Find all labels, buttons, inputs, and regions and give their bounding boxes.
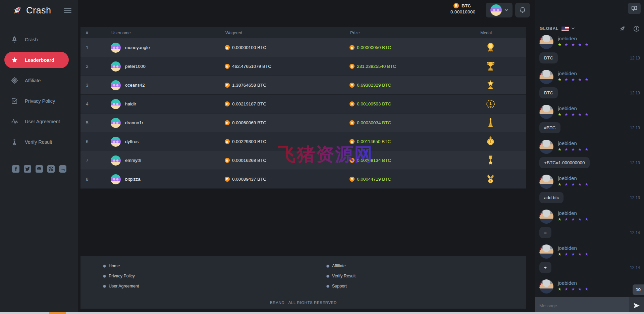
- chat-message-line: #BTC12:13: [539, 122, 642, 133]
- chat-message-bubble: =: [539, 227, 551, 238]
- wallet-balance: B BTC 0.00010000: [450, 3, 475, 14]
- username-cell: moneyangle: [111, 43, 225, 53]
- rocket-icon[interactable]: [619, 25, 626, 32]
- flask-icon: [11, 139, 18, 145]
- chat-message-input[interactable]: [535, 297, 629, 314]
- facebook-icon[interactable]: [12, 165, 19, 173]
- btc-coin-icon: B: [350, 120, 355, 125]
- rank-cell: 8: [80, 177, 111, 182]
- chat-timestamp: 12:13: [630, 91, 640, 95]
- prize-value: 0.00008134 BTC: [357, 158, 391, 163]
- dribbble-icon[interactable]: [47, 165, 55, 173]
- star-icon: ★: [558, 77, 562, 82]
- star-icons: ★ ★ ★ ★: [562, 77, 589, 82]
- discord-icon[interactable]: [36, 165, 43, 173]
- mq-icon[interactable]: mq: [59, 165, 66, 173]
- star-icons: ★ ★ ★ ★: [562, 182, 589, 187]
- chat-user-avatar: [539, 279, 553, 294]
- prize-cell: B0.69382329 BTC: [350, 83, 480, 88]
- link-dot-icon: [103, 285, 106, 288]
- player-avatar: [111, 155, 121, 166]
- chat-user-avatar: [539, 70, 553, 84]
- chat-user-meta: joebiden★ ★ ★ ★ ★: [558, 35, 589, 47]
- btc-coin-icon: B: [225, 83, 230, 88]
- star-icon: ★: [558, 182, 562, 187]
- svg-text:1: 1: [489, 101, 491, 105]
- star-icon: ★: [558, 287, 562, 291]
- sidebar-item-verify-result[interactable]: Verify Result: [0, 134, 78, 150]
- user-rating-stars: ★ ★ ★ ★ ★: [558, 77, 589, 82]
- svg-text:1: 1: [490, 180, 491, 183]
- footer-link-support[interactable]: Support: [326, 283, 356, 289]
- notifications-button[interactable]: [515, 3, 530, 17]
- menu-toggle-icon[interactable]: [64, 8, 71, 13]
- footer-link-privacy-policy[interactable]: Privacy Policy: [103, 273, 139, 279]
- chat-message-head: joebiden★ ★ ★ ★ ★: [539, 244, 642, 259]
- star-icon: ★: [558, 147, 562, 152]
- leaderboard-table: #UsernameWageredPrizeMedal 1moneyangleB0…: [80, 27, 526, 189]
- footer-link-user-agreement[interactable]: User Agreement: [103, 283, 139, 289]
- footer-link-affiliate[interactable]: Affiliate: [326, 263, 356, 269]
- prize-cell: B231.23825540 BTC: [350, 64, 480, 69]
- player-username: peter1000: [125, 64, 146, 69]
- scrollbar-segment: [49, 312, 66, 314]
- footer-link-home[interactable]: Home: [103, 263, 139, 269]
- chat-message-line: add btc12:13: [539, 192, 642, 203]
- sidebar-item-leaderboard[interactable]: Leaderboard: [4, 52, 69, 68]
- rocket-icon: [11, 36, 18, 43]
- chat-message-head: joebiden★ ★ ★ ★ ★: [539, 175, 642, 189]
- sidebar-item-affiliate[interactable]: Affiliate: [0, 72, 78, 89]
- chat-message-bubble: add btc: [539, 192, 564, 203]
- chat-timestamp: 12:13: [630, 56, 640, 60]
- table-row: 5dranno1rB0.00060069 BTCB0.00030034 BTC: [80, 114, 526, 132]
- wagered-value: 0.00089437 BTC: [232, 177, 266, 182]
- footer-link-verify-result[interactable]: Verify Result: [326, 273, 356, 279]
- chat-toggle-button[interactable]: [628, 3, 641, 14]
- horizontal-scrollbar[interactable]: [0, 312, 644, 314]
- chat-message: joebiden★ ★ ★ ★ ★BTC12:13: [539, 70, 642, 98]
- unread-count-badge[interactable]: 10: [633, 284, 644, 295]
- player-avatar: [111, 118, 121, 128]
- wagered-cell: B1.38764658 BTC: [225, 83, 350, 88]
- info-icon[interactable]: [633, 26, 640, 32]
- twitter-icon[interactable]: [24, 165, 31, 173]
- sidebar-item-crash[interactable]: Crash: [0, 31, 78, 48]
- user-rating-stars: ★ ★ ★ ★ ★: [558, 112, 589, 117]
- chevron-down-icon: [505, 9, 508, 11]
- btc-coin-icon: B: [225, 101, 230, 106]
- send-button[interactable]: [629, 297, 644, 314]
- footer-link-label: Privacy Policy: [109, 274, 135, 278]
- chat-username: joebiden: [558, 245, 589, 251]
- trophy-medal-icon: [480, 61, 501, 72]
- prize-value: 0.00044719 BTC: [357, 177, 391, 182]
- btc-coin-icon: B: [350, 45, 355, 50]
- wagered-cell: B0.00000100 BTC: [225, 45, 350, 50]
- pulse-icon: [11, 119, 18, 124]
- chat-channel-label: GLOBAL: [540, 26, 559, 31]
- chat-message: joebiden★ ★ ★ ★ ★+BTC=1.00000000012:13: [539, 140, 642, 168]
- chat-user-avatar: [539, 105, 553, 119]
- app-logo[interactable]: Crash: [11, 5, 51, 16]
- table-row: 1moneyangleB0.00000100 BTCB0.00000050 BT…: [80, 38, 526, 57]
- sidebar-item-label: Affiliate: [25, 78, 41, 83]
- sidebar-item-user-agreement[interactable]: User Agreement: [0, 113, 78, 130]
- link-dot-icon: [103, 265, 106, 268]
- channel-chevron-icon[interactable]: [572, 28, 575, 30]
- us-flag-icon[interactable]: [561, 27, 569, 31]
- sidebar-item-privacy-policy[interactable]: Privacy Policy: [0, 93, 78, 109]
- table-body: 1moneyangleB0.00000100 BTCB0.00000050 BT…: [80, 38, 526, 189]
- prize-value: 0.00030034 BTC: [357, 120, 391, 125]
- user-rating-stars: ★ ★ ★ ★ ★: [558, 42, 589, 47]
- prize-cell: B0.00008134 BTC: [350, 158, 480, 163]
- sidebar-nav: CrashLeaderboardAffiliatePrivacy PolicyU…: [0, 31, 78, 154]
- btc-coin-icon: B: [225, 64, 230, 69]
- footer-link-label: Verify Result: [332, 274, 356, 278]
- chat-message-line: BTC12:13: [539, 52, 642, 63]
- chat-user-meta: joebiden★ ★ ★ ★ ★: [558, 140, 589, 152]
- username-cell: haldir: [111, 99, 225, 109]
- table-row: 2peter1000B462.47651079 BTCB231.23825540…: [80, 57, 526, 76]
- username-cell: dranno1r: [111, 118, 225, 128]
- btc-coin-icon: B: [350, 64, 355, 69]
- wagered-cell: B0.00229300 BTC: [225, 139, 350, 144]
- user-menu-button[interactable]: [486, 3, 513, 17]
